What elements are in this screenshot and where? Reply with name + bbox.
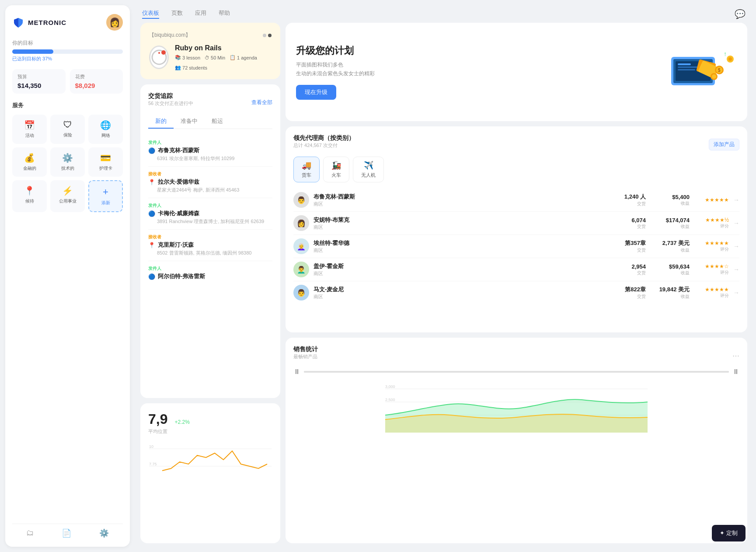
range-play-icon[interactable]: ⏸ [293,368,300,376]
dealer-avatar-1: 👩 [293,215,309,231]
insurance-icon: 🛡 [63,120,72,130]
course-card: 【biqubiqu.com】 Ruby [140,23,280,79]
track-entry-3: 接收者 📍 克里斯汀-沃森 8502 普雷斯顿路, 英格尔伍德, 缅因州 983… [148,230,272,261]
dealer-rating-0: ★★★★★ [694,197,729,203]
service-label-wait: 候待 [25,198,34,204]
track-icon-3: 📍 [148,242,155,248]
dealer-arrow-3[interactable]: → [733,266,739,273]
dealer-tab-drone[interactable]: ✈️ 无人机 [353,157,384,182]
sales-title-group: 销售统计 最畅销产品 [293,346,318,366]
dealer-tab-train[interactable]: 🚂 火车 [323,157,349,182]
svg-text:3,000: 3,000 [385,384,395,389]
dealer-arrow-0[interactable]: → [733,196,739,203]
dealer-arrow-4[interactable]: → [733,289,739,296]
track-role-4: 发件人 [148,266,272,272]
dealers-header: 领先代理商（按类别） 总计 424,567 次交付 添加产品 [293,134,739,155]
budget-row: 预算 $14,350 花费 $8,029 [12,69,123,94]
dealer-name-0: 布鲁克林-西蒙斯 [314,193,611,201]
dot2 [268,34,272,37]
dealer-region-0: 南区 [314,201,611,207]
chat-icon[interactable]: 💬 [735,9,746,19]
dealer-row-4: 👨 马文-麦金尼 南区 第822章 交货 19,842 美元 收益 ★★★★ [293,281,739,304]
nav-dashboard[interactable]: 仪表板 [142,9,159,19]
service-label-add: 添新 [101,200,110,206]
activity-icon: 📅 [24,120,35,130]
nav-apps[interactable]: 应用 [195,9,206,19]
track-name-1: 📍 拉尔夫-爱德华兹 [148,178,272,186]
service-item-network[interactable]: 🌐 网络 [88,115,123,144]
sales-more-icon[interactable]: ⋯ [732,352,739,360]
track-name-4: 🔵 阿尔伯特-弗洛雷斯 [148,273,272,280]
dealer-row-1: 👩 安妮特-布莱克 南区 6,074 交货 $174,074 收益 ★★★★ [293,212,739,235]
dealer-revenue-0: $5,400 收益 [650,194,690,206]
svg-point-20 [728,57,732,61]
service-label-activity: 活动 [25,133,34,139]
document-icon[interactable]: 📄 [62,528,71,538]
customize-button[interactable]: ✦ 定制 [712,525,746,542]
service-item-activity[interactable]: 📅 活动 [12,115,47,144]
dealer-avatar-2: 👩‍🦳 [293,238,309,254]
course-url-bar: 【biqubiqu.com】 [149,31,272,39]
nav-links: 仪表板 页数 应用 帮助 [142,9,230,19]
svg-rect-11 [678,69,695,70]
right-column: 升级您的计划 平面插图和我们多色 生动的未混合紫色头发女士的精彩 现在升级 [286,23,747,543]
user-avatar[interactable]: 👩 [106,14,123,31]
finance-icon: 💰 [24,153,35,163]
tracking-tabs: 新的 准备中 船运 [148,115,272,129]
tab-new[interactable]: 新的 [148,115,174,129]
add-icon: + [103,186,108,198]
dealers-card: 领先代理商（按类别） 总计 424,567 次交付 添加产品 🚚 货车 🚂 火车 [286,126,747,332]
track-icon-1: 📍 [148,179,155,185]
range-end-icon[interactable]: ⏸ [732,368,739,376]
nav-pages[interactable]: 页数 [171,9,183,19]
service-item-insurance[interactable]: 🛡 保险 [50,115,85,144]
dealer-stat-1: 6,074 交货 [615,217,646,230]
track-icon-4: 🔵 [148,273,155,280]
dealer-avatar-4: 👨 [293,285,309,300]
dealer-info-2: 埃丝特-霍华德 南区 [314,239,611,254]
svg-rect-9 [678,63,691,65]
dealer-stat-3: 2,954 交货 [615,263,646,276]
tab-preparing[interactable]: 准备中 [174,115,205,129]
dealer-region-1: 南区 [314,224,611,231]
service-item-care[interactable]: 💳 护理卡 [88,147,123,177]
service-item-wait[interactable]: 📍 候待 [12,180,47,212]
sales-chart-svg: 3,000 2,500 [293,380,739,433]
track-name-2: 🔵 卡梅伦-威廉姆森 [148,210,272,217]
layers-icon[interactable]: 🗂 [26,528,34,538]
dealer-arrow-2[interactable]: → [733,243,739,250]
dealers-tabs: 🚚 货车 🚂 火车 ✈️ 无人机 [293,157,739,182]
dealer-revenue-3: $59,634 收益 [650,263,690,276]
truck-icon: 🚚 [302,161,311,170]
service-item-add[interactable]: + 添新 [88,180,123,212]
range-slider[interactable] [304,371,729,373]
tab-shipping[interactable]: 船运 [205,115,230,129]
track-name-3: 📍 克里斯汀-沃森 [148,241,272,249]
view-all-link[interactable]: 查看全部 [251,99,272,106]
dealer-arrow-1[interactable]: → [733,220,739,227]
dealer-avatar-0: 👨 [293,192,309,208]
settings-icon[interactable]: ⚙️ [99,528,109,538]
svg-point-1 [158,52,160,54]
logo-dot [161,50,166,55]
service-item-tech[interactable]: ⚙️ 技术的 [50,147,85,177]
dealer-tab-truck[interactable]: 🚚 货车 [293,157,320,182]
nav-help[interactable]: 帮助 [219,9,230,19]
service-item-finance[interactable]: 💰 金融的 [12,147,47,177]
expense-label: 花费 [75,73,118,80]
logo: METRONIC [12,16,66,28]
course-meta: 📚 3 lesson ⏱ 50 Min 📋 1 agenda 👥 72 stud… [175,55,272,70]
sales-card: 销售统计 最畅销产品 ⋯ ⏸ ⏸ [286,338,747,544]
service-item-utility[interactable]: ⚡ 公用事业 [50,180,85,212]
add-product-button[interactable]: 添加产品 [709,139,739,150]
dealer-avatar-3: 👨‍🦱 [293,262,309,277]
budget-label: 预算 [17,73,60,80]
upgrade-title: 升级您的计划 [296,44,375,57]
expense-value: $8,029 [75,82,118,89]
course-dots [263,34,272,37]
track-entry-2: 发件人 🔵 卡梅伦-威廉姆森 3891 Ranchview 理查森博士, 加利福… [148,198,272,230]
upgrade-illustration: $ ↑ [649,35,737,109]
logo-icon [12,16,24,28]
upgrade-desc: 平面插图和我们多色 生动的未混合紫色头发女士的精彩 [296,61,375,77]
upgrade-button[interactable]: 现在升级 [296,85,336,100]
